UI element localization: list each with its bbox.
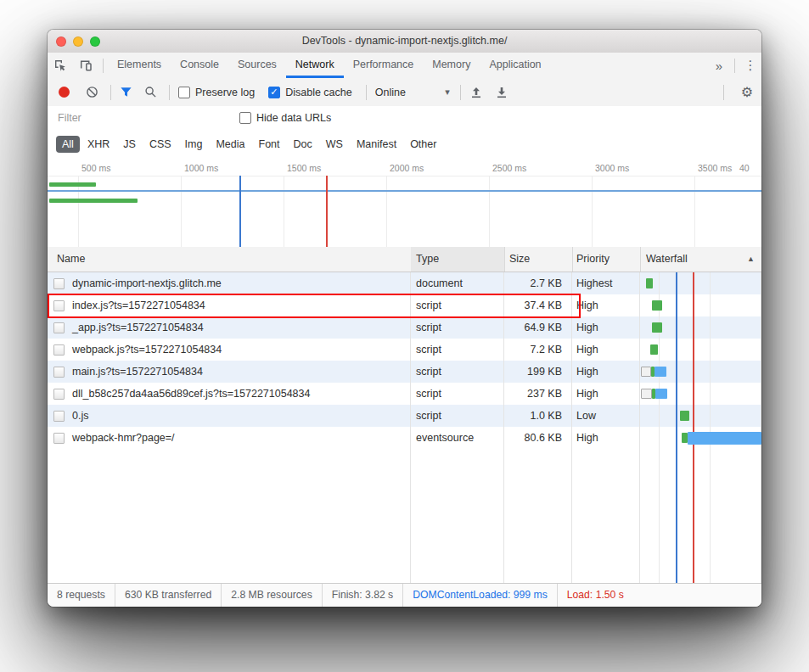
throttling-select[interactable]: Online ▾	[375, 87, 450, 98]
filter-input[interactable]	[58, 112, 228, 124]
file-icon	[53, 433, 65, 444]
file-icon	[53, 278, 65, 289]
divider	[103, 59, 104, 73]
network-toolbar: Preserve log ✓ Disable cache Online ▾	[48, 78, 761, 107]
request-row[interactable]: _app.js?ts=1572271054834 script 64.9 KB …	[48, 316, 761, 339]
status-domcontentloaded: DOMContentLoaded: 999 ms	[403, 584, 558, 607]
inspect-cursor-icon	[53, 59, 67, 72]
pill-media[interactable]: Media	[210, 136, 250, 153]
tab-performance[interactable]: Performance	[344, 53, 424, 78]
request-row[interactable]: 0.js script 1.0 KB Low	[48, 405, 761, 427]
pill-font[interactable]: Font	[253, 136, 286, 153]
minimize-button[interactable]	[73, 36, 83, 47]
pill-xhr[interactable]: XHR	[81, 136, 115, 153]
zoom-button[interactable]	[90, 36, 100, 47]
status-bar: 8 requests 630 KB transferred 2.8 MB res…	[48, 583, 761, 607]
disable-cache-label: Disable cache	[285, 87, 352, 98]
preserve-log-label: Preserve log	[195, 87, 255, 98]
pill-ws[interactable]: WS	[320, 136, 349, 153]
request-priority: High	[572, 427, 640, 449]
request-size: 7.2 KB	[504, 339, 572, 361]
file-icon	[53, 389, 65, 400]
divider	[169, 85, 170, 100]
clear-button[interactable]	[86, 86, 98, 98]
pill-manifest[interactable]: Manifest	[351, 136, 402, 153]
hide-data-urls-label: Hide data URLs	[256, 112, 331, 124]
waterfall-cell	[640, 339, 761, 361]
screenshot-canvas: DevTools - dynamic-import-nextjs.glitch.…	[0, 0, 809, 672]
pill-other[interactable]: Other	[404, 136, 442, 153]
divider	[723, 85, 724, 100]
tab-memory[interactable]: Memory	[423, 53, 480, 78]
request-size: 1.0 KB	[504, 405, 572, 427]
pill-css[interactable]: CSS	[143, 136, 177, 153]
pill-js[interactable]: JS	[117, 136, 142, 153]
waterfall-cell	[640, 405, 761, 427]
more-tabs-button[interactable]: »	[708, 59, 730, 73]
window-title: DevTools - dynamic-import-nextjs.glitch.…	[48, 30, 761, 53]
export-har-button[interactable]	[495, 86, 508, 99]
column-header-size[interactable]: Size	[504, 247, 573, 272]
sort-ascending-icon: ▲	[747, 247, 755, 272]
divider	[366, 85, 367, 100]
request-row[interactable]: dynamic-import-nextjs.glitch.me document…	[48, 272, 761, 294]
request-size: 2.7 KB	[504, 272, 572, 294]
filter-toggle-button[interactable]	[120, 86, 132, 98]
ruler-line	[48, 176, 761, 176]
tab-network[interactable]: Network	[286, 53, 344, 78]
inspect-element-button[interactable]	[48, 53, 73, 78]
request-row[interactable]: main.js?ts=1572271054834 script 199 KB H…	[48, 361, 761, 383]
file-icon	[53, 300, 65, 311]
funnel-icon	[120, 86, 132, 98]
settings-gear-button[interactable]: ⚙	[741, 84, 753, 100]
file-icon	[53, 322, 65, 333]
status-transferred: 630 KB transferred	[115, 584, 222, 607]
clear-icon	[86, 86, 98, 98]
column-header-name[interactable]: Name	[48, 247, 412, 272]
devtools-window: DevTools - dynamic-import-nextjs.glitch.…	[48, 30, 761, 607]
waterfall-cell	[640, 294, 761, 316]
overview-strip[interactable]: 500 ms1000 ms1500 ms2000 ms2500 ms3000 m…	[48, 159, 761, 248]
resource-type-filter: All XHR JS CSS Img Media Font Doc WS Man…	[48, 130, 761, 160]
request-priority: High	[572, 316, 640, 339]
filter-bar: Hide data URLs	[48, 106, 761, 130]
request-name: _app.js?ts=1572271054834	[72, 316, 204, 339]
divider	[734, 59, 735, 73]
column-header-waterfall[interactable]: Waterfall ▲	[640, 247, 761, 272]
request-name: 0.js	[72, 405, 88, 427]
throttling-value: Online	[375, 87, 406, 98]
pill-all[interactable]: All	[56, 136, 80, 153]
request-row[interactable]: dll_b58c257da4aa56d89cef.js?ts=157227105…	[48, 383, 761, 405]
request-row[interactable]: webpack-hmr?page=/ eventsource 80.6 KB H…	[48, 427, 761, 449]
request-table-header: Name Type Size Priority Waterfall ▲	[48, 247, 761, 272]
request-name: webpack.js?ts=1572271054834	[72, 339, 222, 361]
import-har-button[interactable]	[469, 86, 483, 99]
devtools-menu-button[interactable]: ⋮	[739, 58, 761, 73]
disable-cache-checkbox[interactable]: ✓	[268, 87, 280, 98]
pill-img[interactable]: Img	[179, 136, 209, 153]
search-button[interactable]	[144, 86, 157, 98]
device-toolbar-button[interactable]	[73, 53, 98, 78]
preserve-log-checkbox[interactable]	[178, 87, 190, 98]
tab-application[interactable]: Application	[480, 53, 550, 78]
close-button[interactable]	[56, 36, 66, 47]
column-header-type[interactable]: Type	[411, 247, 505, 272]
request-row-highlighted[interactable]: index.js?ts=1572271054834 script 37.4 KB…	[48, 294, 761, 316]
status-load: Load: 1.50 s	[558, 584, 633, 607]
chevron-down-icon: ▾	[445, 87, 450, 98]
request-row[interactable]: webpack.js?ts=1572271054834 script 7.2 K…	[48, 339, 761, 361]
hide-data-urls-checkbox[interactable]	[239, 112, 251, 124]
request-priority: High	[572, 383, 640, 405]
file-icon	[53, 367, 65, 378]
request-priority: High	[572, 294, 640, 316]
pill-doc[interactable]: Doc	[288, 136, 318, 153]
record-button[interactable]	[59, 87, 70, 98]
tab-sources[interactable]: Sources	[228, 53, 286, 78]
column-header-priority[interactable]: Priority	[572, 247, 641, 272]
tab-elements[interactable]: Elements	[108, 53, 171, 78]
waterfall-cell	[640, 272, 761, 294]
request-size: 64.9 KB	[504, 316, 572, 339]
tab-console[interactable]: Console	[171, 53, 228, 78]
request-priority: Highest	[572, 272, 640, 294]
status-finish: Finish: 3.82 s	[323, 584, 403, 607]
